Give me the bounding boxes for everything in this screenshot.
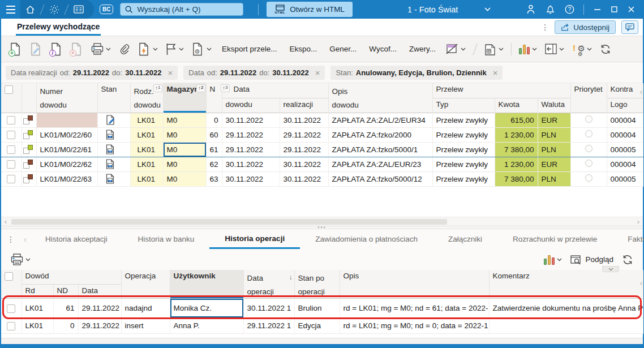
cell-operacja[interactable]: insert — [121, 318, 170, 334]
priority-radio[interactable] — [585, 130, 593, 138]
row-checkbox[interactable] — [7, 131, 15, 139]
cell-typ[interactable]: Przelew zwykły — [432, 127, 495, 142]
cell-kwota[interactable]: 1 230,00 — [495, 127, 538, 142]
select-all-checkbox[interactable] — [5, 272, 13, 281]
search-input[interactable]: Wyszukaj (Alt + Q) — [120, 3, 243, 16]
cell-rodz[interactable]: LK01 — [130, 171, 163, 186]
scroll-right-chevron-icon[interactable]: ‹ — [640, 278, 643, 287]
tab-historia-akceptacji[interactable]: Historia akceptacji — [30, 229, 123, 249]
export-button[interactable]: Ekspo... — [285, 42, 323, 55]
cell-typ[interactable]: Przelew zwykły — [432, 157, 495, 171]
detail-print-button[interactable] — [8, 251, 33, 268]
table-row-selected[interactable]: LK01/M0/22/61 LK01 M0 61 29.11.2022 29.1… — [1, 142, 643, 157]
select-all-checkbox[interactable] — [5, 85, 13, 94]
cell-data-dowodu[interactable]: 30.11.2022 — [222, 157, 280, 171]
cell-rd[interactable]: LK01 — [22, 318, 53, 334]
col-header-rd[interactable]: Rd — [22, 284, 53, 298]
minimize-button[interactable] — [589, 0, 606, 19]
cell-data-dowodu[interactable]: 30.11.2022 — [222, 113, 280, 127]
open-in-html-button[interactable]: HTML Otwórz w HTML — [267, 2, 352, 17]
notes-disabled-button[interactable] — [443, 41, 469, 57]
title-dropdown-chevron[interactable] — [478, 0, 497, 19]
col-header-kwota[interactable]: Kwota — [495, 98, 538, 113]
cell-rd[interactable]: LK01 — [22, 299, 53, 318]
hamburger-menu-button[interactable] — [1, 0, 20, 19]
cell-n[interactable]: 63 — [206, 171, 222, 186]
col-header-priorytet[interactable]: Priorytet — [570, 83, 607, 113]
cell-numer[interactable]: LK01/M0/22/62 — [36, 157, 97, 171]
cell-waluta[interactable]: PLN — [538, 127, 570, 142]
cell-data[interactable]: 29.11.2022 — [78, 318, 121, 334]
document-info-button[interactable]: i — [48, 40, 66, 58]
side-panel-button[interactable] — [542, 41, 567, 57]
comments-button[interactable] — [621, 20, 638, 34]
verify-button[interactable]: Zwery... — [404, 42, 441, 55]
cell-numer[interactable]: LK01/M0/22/61 — [36, 142, 97, 157]
cell-komentarz[interactable] — [489, 318, 643, 334]
history-row-highlighted[interactable]: LK01 61 29.11.2022 nadajnd Monika Cz. 30… — [1, 299, 643, 318]
settings-alert-button[interactable]: ! ⚙ ⚙ — [569, 41, 595, 58]
row-checkbox[interactable] — [7, 304, 15, 313]
cell-magazyn-focused[interactable]: M0 — [163, 142, 206, 157]
share-button[interactable]: Udostępnij — [555, 20, 616, 34]
cell-typ[interactable]: Przelew zwykły — [432, 171, 495, 186]
detail-refresh-button[interactable] — [619, 252, 636, 268]
col-header-stan-po-operacji[interactable]: Stan pooperacji — [294, 270, 340, 299]
tabs-scroll-left-icon[interactable]: ‹ — [20, 229, 30, 249]
col-header-stan[interactable]: Stan — [97, 83, 130, 113]
cell-data-realizacji[interactable]: 30.11.2022 — [280, 113, 328, 127]
col-header-opis-dowodu[interactable]: Opisdowodu — [328, 83, 432, 113]
cell-data-dowodu[interactable]: 29.11.2022 — [222, 127, 280, 142]
cell-magazyn[interactable]: M0 — [163, 113, 206, 127]
export-transfers-button[interactable]: Eksport przele... — [217, 42, 282, 55]
cell-nd[interactable]: 0 — [53, 318, 78, 334]
row-checkbox[interactable] — [7, 145, 15, 154]
maximize-button[interactable] — [606, 0, 622, 19]
cell-stan[interactable] — [97, 113, 130, 127]
select-all-header[interactable] — [1, 83, 22, 113]
col-header-rodz-dowodu[interactable]: Rodz.dowodu ↑1 — [130, 83, 163, 113]
row-checkbox[interactable] — [7, 322, 15, 330]
cell-logo[interactable]: 000004 — [607, 113, 643, 127]
col-header-numer-dowodu[interactable]: Numerdowodu — [36, 83, 97, 113]
scrollbar-thumb[interactable] — [11, 219, 447, 225]
priority-radio[interactable] — [585, 145, 593, 152]
cell-uzytkownik-focused[interactable]: Monika Cz. — [170, 299, 243, 318]
cell-waluta[interactable]: PLN — [538, 142, 570, 157]
cell-opis[interactable]: ZAPŁATA ZA:fzko/5000/1 — [328, 142, 432, 157]
cell-numer[interactable]: LK01/M0/22/60 — [36, 127, 97, 142]
cell-stan[interactable] — [97, 142, 130, 157]
cell-kwota[interactable]: 1 230,00 — [495, 157, 538, 171]
daily-overview-button[interactable] — [45, 0, 64, 19]
cell-rodz[interactable]: LK01 — [130, 127, 163, 142]
attachments-button[interactable] — [116, 41, 133, 58]
cell-kwota[interactable]: 615,00 — [495, 113, 538, 127]
scroll-right-arrow-icon[interactable]: › — [635, 218, 642, 225]
table-row[interactable]: LK01/M0/22/63 LK01 M0 63 30.11.2022 30.1… — [1, 171, 643, 186]
filter-chip-data-realizacji[interactable]: Data realizacji od:29.11.2022 do:30.11.2… — [6, 66, 178, 80]
cell-logo[interactable]: 000004 — [607, 157, 643, 171]
col-header-komentarz[interactable]: Komentarz‹ — [489, 270, 643, 299]
home-button[interactable] — [20, 0, 40, 19]
tab-faktury[interactable]: Faktury kos — [612, 229, 644, 249]
filter-chip-data[interactable]: Data od:29.11.2022 do:30.11.2022 × — [183, 66, 325, 80]
col-header-nd[interactable]: ND — [53, 284, 78, 298]
cell-opis[interactable]: ZAPŁATA ZA:ZAL/2/EUR34 — [328, 113, 432, 127]
refresh-button[interactable] — [597, 41, 614, 57]
cell-waluta[interactable]: EUR — [538, 157, 570, 171]
cell-komentarz[interactable]: Zatwierdzenie dokumentu na prośbę Anna P — [489, 299, 643, 318]
col-header-data-dowodu[interactable]: dowodu — [222, 98, 280, 113]
cell-data-dowodu[interactable]: 29.11.2022 — [222, 142, 280, 157]
row-checkbox[interactable] — [7, 160, 15, 169]
cell-rodz[interactable]: LK01 — [130, 142, 163, 157]
cell-data-realizacji[interactable]: 30.11.2022 — [280, 157, 328, 171]
history-row[interactable]: LK01 0 29.11.2022 insert Anna P. 29.11.2… — [1, 318, 643, 334]
tab-zalaczniki[interactable]: Załączniki — [433, 229, 497, 249]
document-settings-button[interactable]: ⚙ — [189, 40, 214, 58]
cell-typ[interactable]: Przelew zwykły — [432, 113, 495, 127]
cell-numer[interactable] — [36, 113, 97, 127]
col-header-uzytkownik[interactable]: Użytkownik — [170, 270, 243, 299]
cell-data-dowodu[interactable]: 30.11.2022 — [222, 171, 280, 186]
cell-logo[interactable]: 000005 — [607, 171, 643, 186]
cell-rodz[interactable]: LK01 — [130, 113, 163, 127]
